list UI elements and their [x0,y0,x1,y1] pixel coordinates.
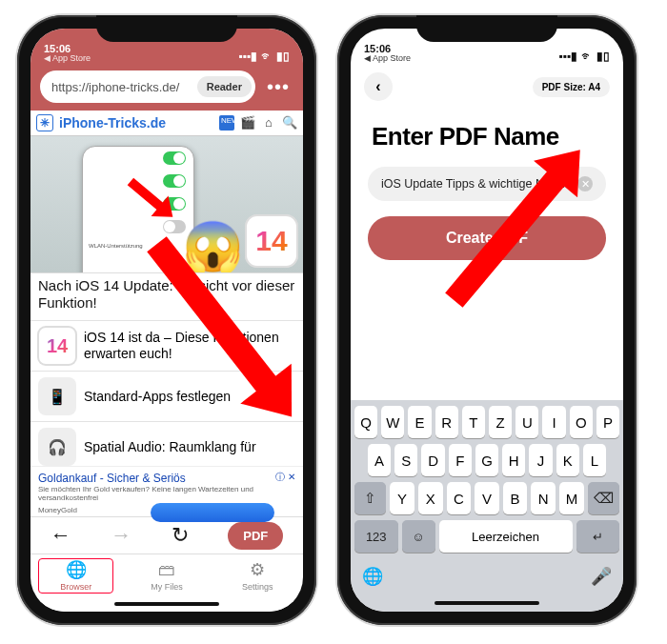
ad-subtitle: Sie möchten Ihr Gold verkaufen? Keine la… [38,485,295,502]
gear-icon: ⚙ [250,559,265,580]
key-d[interactable]: D [421,444,444,476]
key-space[interactable]: Leerzeichen [439,520,573,553]
mic-icon[interactable]: 🎤 [591,566,612,587]
tab-bar: 🌐 Browser 🗃 My Files ⚙ Settings [30,553,303,597]
more-icon[interactable]: ••• [263,76,293,98]
key-s[interactable]: S [394,444,417,476]
key-return[interactable]: ↵ [576,520,620,553]
globe-icon: 🌐 [66,559,87,580]
key-shift[interactable]: ⇧ [354,482,386,514]
ad-title: Goldankauf - Sicher & Seriös [38,472,295,485]
key-f[interactable]: F [449,444,472,476]
back-button[interactable]: ‹ [364,72,393,101]
key-k[interactable]: K [556,444,579,476]
wifi-icon: ᯤ [261,50,273,63]
list-item-text: iOS 14 ist da – Diese Funktionen erwarte… [84,330,295,362]
key-r[interactable]: R [435,406,458,438]
phone-right: 15:06 ◀ App Store ▪▪▪▮ ᯤ ▮▯ ‹ PDF Size: … [337,15,637,625]
home-icon[interactable]: ⌂ [261,115,276,131]
key-x[interactable]: X [418,482,443,514]
url-text: https://iphone-tricks.de/ [51,80,197,94]
thumb-audio-icon: 🎧 [38,428,76,466]
emoji-shocked-icon: 😱 [182,218,244,273]
key-y[interactable]: Y [390,482,414,514]
key-z[interactable]: Z [489,406,512,438]
list-item-text: Standard-Apps festlegen [84,389,231,405]
site-name[interactable]: iPhone-Tricks.de [59,115,213,131]
key-e[interactable]: E [408,406,431,438]
key-delete[interactable]: ⌫ [588,482,619,514]
key-m[interactable]: M [559,482,584,514]
keyboard-row-1: Q W E R T Z U I O P [354,406,619,438]
notch [416,15,557,42]
pdf-size-button[interactable]: PDF Size: A4 [533,77,610,97]
ad-close-icon[interactable]: ⓘ ✕ [275,471,295,484]
key-emoji[interactable]: ☺ [402,520,435,553]
key-j[interactable]: J [529,444,552,476]
tab-settings[interactable]: ⚙ Settings [212,554,303,597]
key-q[interactable]: Q [354,406,377,438]
files-icon: 🗃 [158,560,175,580]
site-logo-icon: ✳ [36,114,53,131]
ad-banner[interactable]: ⓘ ✕ Goldankauf - Sicher & Seriös Sie möc… [30,466,303,516]
reader-button[interactable]: Reader [197,76,252,97]
key-a[interactable]: A [368,444,391,476]
keyboard-toolbar: 🌐 🎤 [351,562,623,594]
article-headline[interactable]: Nach iOS 14 Update: Vorsicht vor dieser … [30,273,303,322]
key-u[interactable]: U [515,406,538,438]
battery-icon: ▮▯ [276,50,290,63]
keyboard-row-3: ⇧ Y X C V B N M ⌫ [354,482,619,514]
status-back-app[interactable]: ◀ App Store [364,54,411,63]
ad-cta-button[interactable] [151,503,274,522]
url-bar[interactable]: https://iphone-tricks.de/ Reader [40,70,255,103]
key-h[interactable]: H [502,444,525,476]
key-i[interactable]: I [542,406,565,438]
key-g[interactable]: G [475,444,498,476]
list-item-text: Spatial Audio: Raumklang für [84,439,256,455]
nav-reload-button[interactable]: ↻ [172,523,189,548]
home-indicator[interactable] [30,597,303,612]
battery-icon: ▮▯ [596,50,610,63]
thumb-apps-icon: 📱 [38,377,76,415]
tab-browser[interactable]: 🌐 Browser [30,554,121,597]
key-n[interactable]: N [531,482,556,514]
notch [96,15,237,42]
key-v[interactable]: V [475,482,499,514]
nav-back-button[interactable]: ← [51,523,71,548]
phone-left: 15:06 ◀ App Store ▪▪▪▮ ᯤ ▮▯ https://ipho… [17,15,316,625]
key-l[interactable]: L [583,444,606,476]
key-c[interactable]: C [447,482,472,514]
signal-icon: ▪▪▪▮ [558,50,577,63]
wifi-icon: ᯤ [581,50,593,63]
tab-my-files[interactable]: 🗃 My Files [121,554,212,597]
key-o[interactable]: O [570,406,593,438]
signal-icon: ▪▪▪▮ [238,50,257,63]
thumb-ios14-icon: 14 [38,327,76,365]
key-b[interactable]: B [503,482,528,514]
keyboard-row-4: 123 ☺ Leerzeichen ↵ [354,520,619,553]
key-w[interactable]: W [381,406,404,438]
pdf-button[interactable]: PDF [228,522,283,550]
key-p[interactable]: P [596,406,619,438]
globe-icon[interactable]: 🌐 [362,566,383,587]
nav-forward-button[interactable]: → [111,523,131,548]
home-indicator[interactable] [351,594,623,612]
video-icon[interactable]: 🎬 [240,115,255,131]
new-badge: NEW [219,115,234,131]
keyboard[interactable]: Q W E R T Z U I O P A S D F G H J K L [351,400,623,562]
search-icon[interactable]: 🔍 [282,115,297,131]
status-back-app[interactable]: ◀ App Store [44,54,91,63]
key-t[interactable]: T [462,406,485,438]
key-123[interactable]: 123 [354,520,398,553]
site-header: ✳ iPhone-Tricks.de NEW 🎬 ⌂ 🔍 [30,111,303,136]
keyboard-row-2: A S D F G H J K L [354,444,619,476]
